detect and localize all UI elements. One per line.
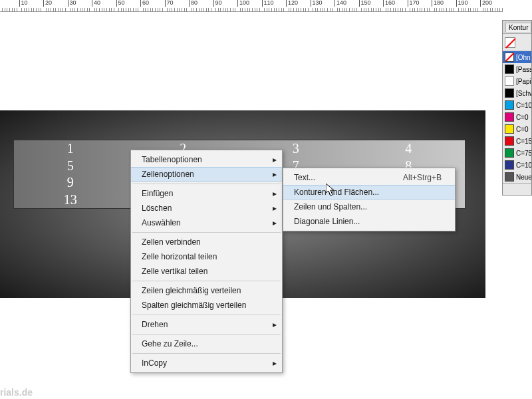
swatch-icon — [505, 136, 514, 146]
menu-item[interactable]: Gehe zu Zeile... — [131, 336, 282, 351]
swatch-label: [Papi — [516, 78, 531, 85]
panel-tools[interactable] — [503, 34, 531, 51]
swatch-label: C=10 — [516, 162, 531, 169]
swatch-row[interactable]: [Schw — [503, 87, 531, 99]
swatch-icon — [505, 76, 514, 86]
chevron-right-icon: ▸ — [273, 218, 277, 227]
shortcut-label: Alt+Strg+B — [403, 173, 442, 182]
menu-item[interactable]: Zellenoptionen▸ — [131, 167, 282, 182]
horizontal-ruler: 0102030405060708090100110120130140150160… — [0, 0, 502, 12]
swatch-label: [Ohn — [516, 54, 531, 61]
swatch-label: [Pass — [516, 66, 531, 73]
submenu-item[interactable]: Diagonale Linien... — [283, 214, 455, 229]
swatch-icon — [505, 160, 514, 170]
swatch-label: C=75 — [516, 150, 531, 157]
submenu-item[interactable]: Konturen und Flächen... — [283, 185, 455, 200]
context-submenu-zellenoptionen[interactable]: Text...Alt+Strg+BKonturen und Flächen...… — [283, 168, 456, 231]
tab-kontur[interactable]: Kontur — [505, 23, 531, 32]
swatch-row[interactable]: [Pass — [503, 63, 531, 75]
swatch-label: C=15 — [516, 138, 531, 145]
swatch-icon — [505, 148, 514, 158]
menu-separator — [132, 334, 281, 334]
swatch-label: Neue — [516, 174, 531, 181]
context-menu[interactable]: Tabellenoptionen▸Zellenoptionen▸Einfügen… — [130, 150, 283, 373]
watermark: rials.de — [0, 387, 33, 398]
menu-item[interactable]: Spalten gleichmäßig verteilen — [131, 298, 282, 313]
table-cell[interactable]: 1 — [14, 140, 127, 158]
swatch-row[interactable]: C=10 — [503, 99, 531, 111]
table-cell[interactable]: 4 — [352, 140, 466, 158]
swatch-row[interactable]: C=15 — [503, 135, 531, 147]
swatch-label: C=0 — [516, 114, 529, 121]
swatch-icon — [505, 112, 514, 122]
menu-separator — [132, 353, 281, 354]
chevron-right-icon: ▸ — [273, 189, 277, 198]
no-stroke-icon[interactable] — [505, 37, 515, 48]
chevron-right-icon: ▸ — [273, 358, 277, 368]
menu-item[interactable]: Tabellenoptionen▸ — [131, 152, 282, 167]
swatch-row[interactable]: Neue — [503, 171, 531, 183]
menu-item[interactable]: Zelle vertikal teilen — [131, 264, 282, 279]
table-cell[interactable]: 5 — [14, 158, 127, 175]
menu-item[interactable]: InCopy▸ — [131, 356, 282, 370]
menu-item[interactable]: Auswählen▸ — [131, 215, 282, 230]
menu-separator — [132, 315, 281, 315]
menu-item[interactable]: Löschen▸ — [131, 201, 282, 215]
swatch-label: C=10 — [516, 102, 531, 109]
panel-footer — [503, 183, 531, 195]
menu-separator — [132, 232, 281, 233]
panel-tabbar[interactable]: Kontur — [503, 21, 531, 34]
menu-item[interactable]: Drehen▸ — [131, 317, 282, 332]
menu-item[interactable]: Zellen verbinden — [131, 235, 282, 249]
submenu-item[interactable]: Text...Alt+Strg+B — [283, 170, 455, 185]
menu-separator — [132, 281, 281, 281]
submenu-item[interactable]: Zeilen und Spalten... — [283, 200, 455, 214]
swatch-icon — [505, 100, 514, 110]
menu-separator — [132, 184, 281, 184]
swatch-row[interactable]: C=75 — [503, 147, 531, 159]
swatch-row[interactable]: C=10 — [503, 159, 531, 171]
swatches-panel[interactable]: Kontur [Ohn[Pass[Papi[SchwC=10C=0C=0C=15… — [502, 20, 532, 196]
chevron-right-icon: ▸ — [273, 203, 277, 213]
swatch-label: [Schw — [516, 90, 531, 97]
chevron-right-icon: ▸ — [273, 320, 277, 329]
menu-item[interactable]: Einfügen▸ — [131, 186, 282, 201]
table-cell[interactable]: 9 — [14, 174, 127, 192]
swatch-icon — [505, 53, 514, 62]
swatch-icon — [505, 172, 514, 182]
chevron-right-icon: ▸ — [273, 155, 277, 164]
swatch-row[interactable]: [Ohn — [503, 51, 531, 63]
swatch-row[interactable]: C=0 — [503, 111, 531, 123]
menu-item[interactable]: Zeilen gleichmäßig verteilen — [131, 283, 282, 298]
swatch-icon — [505, 124, 514, 134]
swatch-icon — [505, 65, 514, 74]
menu-item[interactable]: Zelle horizontal teilen — [131, 249, 282, 264]
chevron-right-icon: ▸ — [273, 170, 277, 179]
swatch-label: C=0 — [516, 126, 529, 133]
swatch-row[interactable]: [Papi — [503, 75, 531, 87]
swatch-icon — [505, 88, 514, 98]
swatch-row[interactable]: C=0 — [503, 123, 531, 135]
table-cell[interactable]: 13 — [14, 192, 127, 209]
